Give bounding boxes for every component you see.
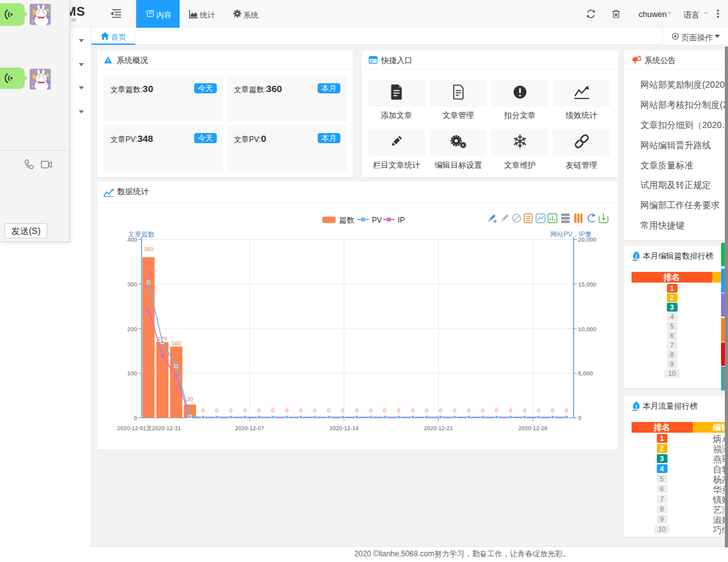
svg-text:0: 0 (369, 407, 373, 414)
svg-text:0: 0 (495, 407, 498, 414)
svg-text:0: 0 (134, 414, 137, 421)
svg-text:2020-12-21: 2020-12-21 (424, 425, 453, 431)
svg-text:文章篇数: 文章篇数 (128, 230, 155, 238)
svg-text:160: 160 (171, 339, 182, 346)
svg-text:0: 0 (285, 407, 288, 414)
svg-text:0: 0 (299, 407, 303, 414)
svg-text:0: 0 (578, 414, 581, 421)
svg-text:0: 0 (397, 407, 400, 414)
svg-text:0: 0 (425, 407, 428, 414)
svg-text:2020-12-01至2020-12-31: 2020-12-01至2020-12-31 (117, 425, 181, 431)
svg-text:0: 0 (411, 407, 414, 414)
svg-text:5,000: 5,000 (578, 370, 593, 377)
svg-text:30: 30 (187, 395, 194, 402)
svg-text:2020-12-14: 2020-12-14 (330, 425, 359, 431)
svg-text:200: 200 (127, 325, 137, 332)
svg-text:100: 100 (127, 370, 137, 377)
svg-text:0: 0 (453, 407, 456, 414)
svg-text:IP: IP (398, 215, 405, 224)
svg-text:10,000: 10,000 (578, 325, 596, 332)
svg-text:0: 0 (355, 407, 358, 414)
svg-text:0: 0 (439, 407, 442, 414)
svg-text:PV: PV (372, 215, 382, 224)
svg-text:0: 0 (537, 407, 540, 414)
svg-text:300: 300 (127, 280, 137, 287)
svg-text:0: 0 (467, 407, 470, 414)
svg-text:网站PV，IP量: 网站PV，IP量 (550, 230, 592, 238)
svg-text:0: 0 (383, 407, 386, 414)
svg-text:0: 0 (551, 407, 554, 414)
svg-text:0: 0 (216, 407, 219, 414)
svg-text:0: 0 (271, 407, 274, 414)
svg-text:0: 0 (243, 407, 246, 414)
svg-text:0: 0 (257, 407, 260, 414)
svg-text:0: 0 (313, 407, 316, 414)
svg-text:0: 0 (201, 407, 204, 414)
svg-text:0: 0 (327, 407, 330, 414)
svg-text:360: 360 (144, 245, 154, 252)
svg-text:篇数: 篇数 (339, 215, 354, 224)
svg-text:2020-12-28: 2020-12-28 (518, 425, 547, 431)
svg-text:0: 0 (229, 407, 233, 414)
svg-text:0: 0 (565, 407, 568, 414)
svg-text:0: 0 (509, 407, 512, 414)
svg-text:0: 0 (341, 407, 344, 414)
svg-text:0: 0 (481, 407, 484, 414)
svg-text:15,000: 15,000 (578, 280, 596, 287)
svg-text:2020-12-07: 2020-12-07 (235, 425, 264, 431)
svg-text:0: 0 (523, 407, 526, 414)
